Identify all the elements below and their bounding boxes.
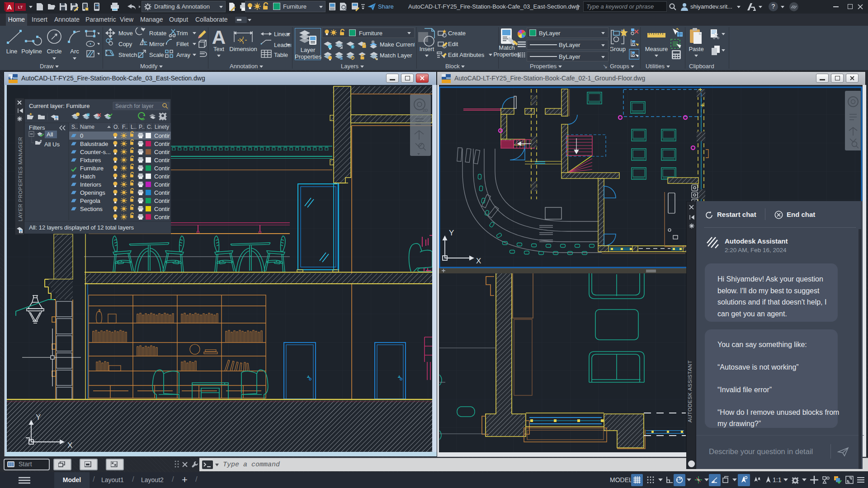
svg-text:Furniture: Furniture <box>80 165 104 172</box>
svg-text:Create: Create <box>448 30 466 37</box>
svg-text:Mirror: Mirror <box>149 41 165 47</box>
svg-text:Contir: Contir <box>154 141 170 147</box>
svg-text:Balustrade: Balustrade <box>80 141 108 147</box>
svg-text:Scale: Scale <box>149 52 164 58</box>
svg-text:Line: Line <box>6 48 18 55</box>
svg-text:Table: Table <box>274 52 288 58</box>
svg-text:All: 12 layers displayed of 12: All: 12 layers displayed of 12 total lay… <box>29 224 134 231</box>
svg-text:Filters: Filters <box>29 124 45 131</box>
svg-text:Contir: Contir <box>154 132 170 139</box>
svg-text:Make Current: Make Current <box>380 41 415 48</box>
svg-text:Insert: Insert <box>420 46 434 52</box>
svg-text:Measure: Measure <box>645 46 668 52</box>
svg-text:Stretch: Stretch <box>118 52 137 58</box>
svg-text:0: 0 <box>80 132 83 139</box>
svg-text:L..: L.. <box>131 124 137 130</box>
svg-text:Array: Array <box>176 52 191 58</box>
svg-text:LAYER PROPERTIES MANAGER: LAYER PROPERTIES MANAGER <box>18 137 23 221</box>
svg-text:Match Layer: Match Layer <box>380 52 412 59</box>
svg-text:Rotate: Rotate <box>149 30 166 37</box>
svg-text:Fixtures: Fixtures <box>80 157 101 164</box>
svg-text:Copy: Copy <box>118 41 132 47</box>
svg-text:All: All <box>47 131 53 138</box>
svg-text:Sections: Sections <box>80 206 103 212</box>
svg-text:O.: O. <box>113 124 119 130</box>
svg-text:Circle: Circle <box>47 48 61 55</box>
svg-text:Group: Group <box>610 46 626 52</box>
svg-text:Contir: Contir <box>154 181 170 188</box>
svg-text:Contir: Contir <box>154 149 170 155</box>
svg-text:Pergola: Pergola <box>80 197 101 204</box>
svg-text:Contir: Contir <box>154 165 170 172</box>
svg-text:F..: F.. <box>122 124 128 130</box>
svg-text:Current layer: Furniture: Current layer: Furniture <box>29 103 90 109</box>
svg-text:Text: Text <box>213 46 224 52</box>
svg-text:Counter-s...: Counter-s... <box>80 149 111 155</box>
svg-text:Move: Move <box>118 30 133 37</box>
svg-text:Edit: Edit <box>448 41 458 47</box>
svg-text:Contir: Contir <box>154 189 170 196</box>
svg-text:2D: 2D <box>423 108 428 113</box>
svg-text:C.: C. <box>147 124 152 130</box>
svg-text:A: A <box>7 3 12 11</box>
svg-text:Contir: Contir <box>154 157 170 164</box>
svg-text:Linety: Linety <box>155 124 169 130</box>
svg-text:Contir: Contir <box>154 206 170 212</box>
svg-text:LT: LT <box>18 5 23 9</box>
svg-text:Name: Name <box>80 124 94 130</box>
svg-text:Y: Y <box>449 229 454 237</box>
svg-text:Hatch: Hatch <box>80 173 95 180</box>
svg-text:Contir: Contir <box>154 197 170 204</box>
svg-text:Search for layer: Search for layer <box>115 103 154 109</box>
svg-text:Contir: Contir <box>154 173 170 180</box>
svg-text:S..: S.. <box>71 124 78 130</box>
svg-text:Interiors: Interiors <box>80 181 101 188</box>
svg-text:X: X <box>67 441 72 450</box>
svg-text:Dimension: Dimension <box>229 46 257 52</box>
svg-text:Paste: Paste <box>689 46 703 52</box>
svg-text:P..: P.. <box>139 124 145 130</box>
svg-text:Polyline: Polyline <box>21 48 42 55</box>
svg-text:Arc: Arc <box>70 48 79 55</box>
svg-text:Openings: Openings <box>80 189 105 196</box>
svg-text:X: X <box>476 257 481 265</box>
svg-text:Y: Y <box>36 413 41 422</box>
svg-text:A: A <box>212 28 226 48</box>
svg-text:Edit Attributes: Edit Attributes <box>448 52 485 58</box>
svg-text:Trim: Trim <box>176 30 188 37</box>
svg-text:Contir: Contir <box>154 214 170 221</box>
svg-text:All Us: All Us <box>44 141 60 148</box>
svg-text:Fillet: Fillet <box>176 41 189 47</box>
